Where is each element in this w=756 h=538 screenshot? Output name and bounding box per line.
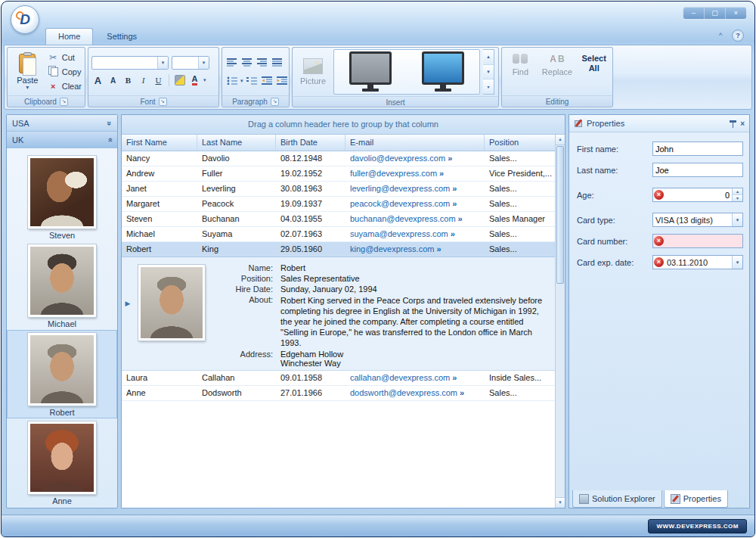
email-arrow-icon[interactable]: » — [460, 388, 464, 397]
font-name-dropdown-icon[interactable]: ▾ — [157, 57, 168, 69]
gallery-expand-icon[interactable]: ▾ — [483, 79, 494, 94]
scroll-down-icon[interactable]: ▼ — [556, 497, 565, 508]
email-arrow-icon[interactable]: » — [452, 373, 457, 382]
card-type-dropdown-icon[interactable]: ▾ — [732, 213, 742, 226]
email-arrow-icon[interactable]: » — [458, 214, 463, 223]
column-header-position[interactable]: Position — [485, 135, 555, 151]
email-link[interactable]: dodsworth@devexpress.com — [350, 388, 457, 397]
card-exp-dropdown-icon[interactable]: ▾ — [732, 256, 742, 269]
font-dialog-launcher-icon[interactable]: ↘ — [159, 98, 167, 106]
picture-button[interactable]: Picture — [296, 58, 330, 86]
gallery-scroll-down-icon[interactable]: ▼ — [483, 65, 494, 80]
email-link[interactable]: peacock@devexpress.com — [350, 199, 450, 208]
table-row[interactable]: Nancy Davolio 08.12.1948 davolio@devexpr… — [122, 151, 555, 166]
align-justify-button[interactable] — [271, 56, 284, 70]
card-exp-date-dropdown[interactable]: × 03.11.2010 ▾ — [652, 255, 743, 269]
email-arrow-icon[interactable]: » — [451, 229, 455, 238]
nav-group-uk[interactable]: UK » — [7, 132, 117, 148]
bold-button[interactable]: B — [122, 73, 135, 87]
replace-button[interactable]: AB Replace — [542, 54, 573, 76]
align-right-button[interactable] — [256, 56, 268, 70]
gallery-scroll-up-icon[interactable]: ▲ — [483, 50, 494, 65]
email-arrow-icon[interactable]: » — [452, 199, 457, 208]
email-arrow-icon[interactable]: » — [448, 154, 452, 163]
minimize-button[interactable]: – — [683, 8, 705, 19]
maximize-button[interactable]: ▢ — [705, 8, 726, 19]
ribbon-collapse-icon[interactable]: ^ — [715, 30, 726, 41]
monitor-blue-icon[interactable] — [422, 51, 464, 85]
numbered-list-button[interactable] — [246, 74, 259, 88]
spin-down-icon[interactable]: ▾ — [733, 195, 742, 201]
clipboard-dialog-launcher-icon[interactable]: ↘ — [60, 98, 68, 106]
table-row[interactable]: Laura Callahan 09.01.1958 callahan@devex… — [122, 371, 555, 386]
email-link[interactable]: suyama@devexpress.com — [350, 229, 448, 238]
font-color-dropdown-icon[interactable]: ▾ — [203, 77, 206, 83]
email-arrow-icon[interactable]: » — [436, 244, 441, 253]
font-size-dropdown-icon[interactable]: ▾ — [198, 57, 209, 69]
highlight-button[interactable] — [173, 73, 186, 87]
table-row[interactable]: Janet Leverling 30.08.1963 leverling@dev… — [122, 182, 555, 197]
email-link[interactable]: fuller@devexpress.com — [350, 169, 437, 178]
bullet-list-button[interactable] — [225, 74, 238, 88]
titlebar[interactable]: D – ▢ × — [2, 2, 754, 27]
card-type-dropdown[interactable]: VISA (13 digits) ▾ — [652, 213, 743, 227]
column-header-email[interactable]: E-mail — [345, 135, 485, 151]
detail-expand-icon[interactable]: ▶ — [122, 263, 134, 362]
italic-button[interactable]: I — [137, 73, 150, 87]
bullet-list-dropdown-icon[interactable]: ▾ — [240, 78, 243, 84]
table-row[interactable]: Michael Suyama 02.07.1963 suyama@devexpr… — [122, 227, 555, 242]
tab-solution-explorer[interactable]: Solution Explorer — [572, 490, 662, 508]
scrollbar-thumb[interactable] — [556, 146, 564, 284]
pin-icon[interactable] — [730, 120, 736, 128]
font-size-combo[interactable]: ▾ — [172, 56, 209, 70]
find-button[interactable]: Find — [505, 54, 536, 76]
copy-button[interactable]: Copy — [48, 66, 82, 78]
email-link[interactable]: leverling@devexpress.com — [350, 184, 450, 193]
first-name-input[interactable] — [653, 145, 742, 154]
email-link[interactable]: callahan@devexpress.com — [350, 373, 450, 382]
column-header-last-name[interactable]: Last Name — [197, 135, 276, 151]
underline-button[interactable]: U — [152, 73, 165, 87]
table-row[interactable]: Steven Buchanan 04.03.1955 buchanan@deve… — [122, 212, 555, 227]
column-header-birth-date[interactable]: Birth Date — [276, 135, 345, 151]
grid-scrollbar[interactable]: ▲ ▼ — [555, 135, 565, 508]
group-by-panel[interactable]: Drag a column header here to group by th… — [122, 115, 565, 135]
select-all-button[interactable]: Select All — [578, 54, 609, 73]
paste-button[interactable]: Paste ▾ — [11, 54, 45, 90]
contact-item-robert[interactable]: Robert — [7, 330, 117, 418]
close-button[interactable]: × — [726, 8, 746, 19]
email-link[interactable]: buchanan@devexpress.com — [350, 214, 456, 223]
email-arrow-icon[interactable]: » — [452, 184, 457, 193]
contact-item-anne[interactable]: Anne — [7, 418, 117, 507]
table-row[interactable]: Margaret Peacock 19.09.1937 peacock@deve… — [122, 197, 555, 212]
email-link[interactable]: king@devexpress.com — [350, 244, 434, 253]
contact-item-michael[interactable]: Michael — [7, 241, 117, 330]
monitor-gray-icon[interactable] — [349, 51, 392, 85]
tab-home[interactable]: Home — [45, 28, 93, 45]
increase-indent-button[interactable] — [276, 74, 289, 88]
email-link[interactable]: davolio@devexpress.com — [350, 154, 445, 163]
last-name-input[interactable] — [653, 166, 742, 175]
column-header-first-name[interactable]: First Name — [122, 135, 197, 151]
age-input[interactable] — [665, 191, 732, 200]
grow-font-button[interactable]: A — [91, 73, 104, 87]
table-row[interactable]: Andrew Fuller 19.02.1952 fuller@devexpre… — [122, 166, 555, 182]
panel-close-icon[interactable]: × — [740, 120, 745, 128]
table-row[interactable]: Anne Dodsworth 27.01.1966 dodsworth@deve… — [122, 386, 555, 401]
devexpress-link-button[interactable]: WWW.DEVEXPRESS.COM — [648, 519, 747, 533]
contact-item-steven[interactable]: Steven — [7, 153, 117, 241]
clear-button[interactable]: ×Clear — [48, 80, 82, 92]
font-name-combo[interactable]: ▾ — [91, 56, 169, 70]
tab-properties[interactable]: Properties — [664, 490, 728, 508]
font-color-button[interactable]: A — [188, 73, 201, 87]
nav-group-usa[interactable]: USA » — [7, 115, 117, 132]
properties-panel-header[interactable]: Properties × — [569, 115, 749, 132]
align-left-button[interactable] — [225, 56, 238, 70]
decrease-indent-button[interactable] — [261, 74, 274, 88]
email-arrow-icon[interactable]: » — [439, 169, 444, 178]
paragraph-dialog-launcher-icon[interactable]: ↘ — [271, 98, 279, 106]
scroll-up-icon[interactable]: ▲ — [556, 135, 565, 145]
tab-settings[interactable]: Settings — [94, 29, 149, 45]
align-center-button[interactable] — [240, 56, 253, 70]
cut-button[interactable]: ✂Cut — [48, 51, 82, 64]
